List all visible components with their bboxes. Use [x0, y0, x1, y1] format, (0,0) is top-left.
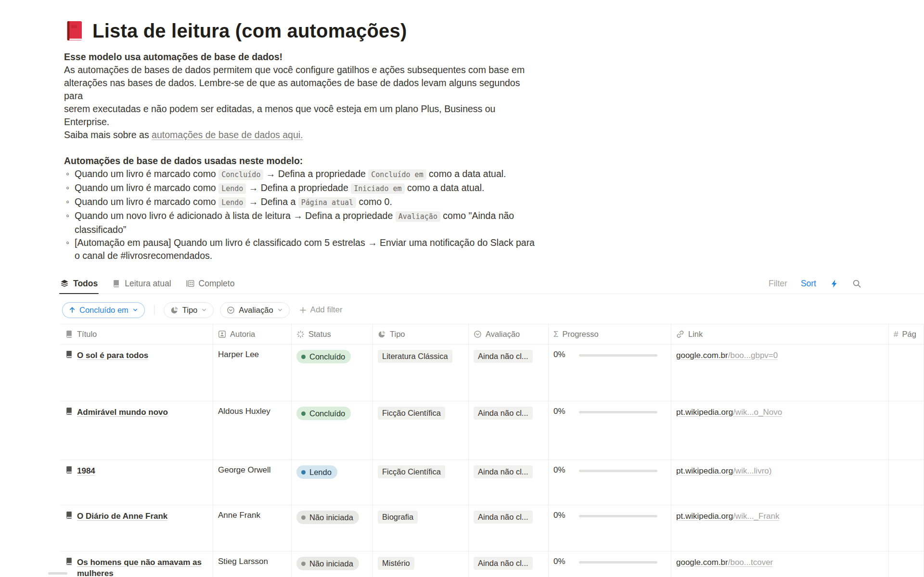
- database-automations-link[interactable]: automações de base de dados aqui.: [152, 129, 303, 140]
- views-divider: [59, 294, 924, 294]
- avaliacao-tag[interactable]: Ainda não cl...: [474, 350, 533, 363]
- page-link-title[interactable]: Os homens que não amavam as mulheres: [77, 557, 208, 577]
- reading-list-table: TítuloAutoriaStatusTipoAvaliaçãoΣProgres…: [60, 324, 924, 577]
- tab-completo[interactable]: Completo: [186, 273, 235, 294]
- book-icon: [65, 557, 73, 565]
- status-badge[interactable]: Não iniciada: [296, 557, 359, 570]
- column-header-link[interactable]: Link: [671, 324, 889, 344]
- author-name[interactable]: Stieg Larsson: [218, 557, 268, 566]
- tipo-tag[interactable]: Mistério: [378, 557, 414, 570]
- external-link[interactable]: pt.wikipedia.org/wik...livro): [676, 466, 771, 475]
- tipo-tag[interactable]: Literatura Clássica: [378, 350, 452, 363]
- status-badge[interactable]: Concluído: [296, 350, 351, 363]
- cell-titulo: Admirável mundo novo: [60, 401, 213, 460]
- cell-tipo: Biografia: [373, 505, 469, 551]
- chevron-down-icon: [277, 307, 283, 313]
- sort-chip-concluido-em[interactable]: Concluído em: [62, 302, 145, 318]
- status-label: Concluído: [309, 409, 345, 418]
- status-circle-icon: [474, 330, 482, 338]
- column-label: Link: [688, 330, 703, 339]
- table-row-os-homens-que-nao-amavam-as-mulheres: Os homens que não amavam as mulheresStie…: [60, 551, 924, 577]
- sort-chip-label: Concluído em: [79, 306, 128, 315]
- author-name[interactable]: Aldous Huxley: [218, 407, 270, 416]
- avaliacao-tag[interactable]: Ainda não cl...: [474, 407, 533, 420]
- cell-progresso: 0%: [549, 345, 671, 401]
- avaliacao-tag[interactable]: Ainda não cl...: [474, 557, 533, 570]
- column-label: Status: [308, 330, 331, 339]
- author-name[interactable]: Anne Frank: [218, 511, 260, 520]
- cell-avaliacao: Ainda não cl...: [469, 401, 549, 460]
- link-domain: pt.wikipedia.org: [676, 466, 733, 475]
- author-name[interactable]: George Orwell: [218, 465, 271, 474]
- horizontal-scrollbar-thumb[interactable]: [48, 572, 67, 575]
- spinner-icon: [296, 330, 305, 338]
- inline-code-tag: Avaliação: [396, 211, 440, 222]
- column-header-progresso[interactable]: ΣProgresso: [549, 324, 671, 344]
- cell-titulo: O Diário de Anne Frank: [60, 505, 213, 551]
- page-title: Lista de leitura (com automações): [63, 17, 924, 44]
- cell-link: google.com.br/boo...tcover: [671, 551, 889, 577]
- column-header-titulo[interactable]: Título: [60, 324, 213, 344]
- status-circle-icon: [227, 306, 235, 314]
- automations-heading: Automações de base de dados usadas neste…: [64, 154, 538, 167]
- external-link[interactable]: google.com.br/boo...gbpv=0: [676, 351, 778, 360]
- filter-chip-avaliacao[interactable]: Avaliação: [220, 302, 289, 318]
- sort-button[interactable]: Sort: [801, 279, 816, 289]
- author-name[interactable]: Harper Lee: [218, 350, 259, 359]
- automation-bullet-5: [Automação em pausa] Quando um livro é c…: [64, 236, 538, 262]
- select-icon: [378, 330, 386, 338]
- cell-pag: [889, 345, 924, 401]
- page-link-title[interactable]: Admirável mundo novo: [77, 407, 168, 418]
- chevron-down-icon: [201, 307, 207, 313]
- column-header-status[interactable]: Status: [292, 324, 373, 344]
- column-header-avaliacao[interactable]: Avaliação: [469, 324, 549, 344]
- cell-tipo: Ficção Científica: [373, 460, 469, 505]
- status-badge[interactable]: Não iniciada: [296, 511, 359, 524]
- column-label: Avaliação: [486, 330, 520, 339]
- inline-code-tag: Página atual: [298, 197, 356, 208]
- tipo-tag[interactable]: Biografia: [378, 511, 418, 524]
- intro-last-line: Saiba mais sobre as automações de base d…: [64, 128, 538, 141]
- external-link[interactable]: pt.wikipedia.org/wik..._Frank: [676, 512, 779, 521]
- tipo-tag[interactable]: Ficção Científica: [378, 465, 445, 478]
- tab-leitura-atual[interactable]: Leitura atual: [112, 273, 171, 294]
- automations-bullet-list: Quando um livro é marcado como Concluído…: [64, 167, 538, 262]
- search-icon[interactable]: [852, 279, 861, 288]
- column-header-tipo[interactable]: Tipo: [373, 324, 469, 344]
- view-tabs: TodosLeitura atualCompleto: [60, 273, 234, 294]
- status-label: Lendo: [309, 468, 332, 477]
- external-link[interactable]: pt.wikipedia.org/wik...o_Novo: [676, 408, 782, 417]
- person-icon: [218, 330, 226, 338]
- cell-pag: [889, 551, 924, 577]
- add-filter-button[interactable]: Add filter: [299, 305, 343, 315]
- automations-section: Automações de base de dados usadas neste…: [64, 154, 538, 262]
- page-link-title[interactable]: O Diário de Anne Frank: [77, 511, 167, 522]
- cell-progresso: 0%: [549, 505, 671, 551]
- filter-button[interactable]: Filter: [769, 279, 787, 289]
- intro-line: As automações de bases de dados permitem…: [64, 64, 538, 77]
- tipo-tag[interactable]: Ficção Científica: [378, 407, 445, 420]
- link-icon: [676, 330, 684, 338]
- avaliacao-tag[interactable]: Ainda não cl...: [474, 511, 533, 524]
- cell-status: Concluído: [292, 345, 373, 401]
- automations-lightning-icon[interactable]: [830, 279, 839, 288]
- cell-status: Concluído: [292, 401, 373, 460]
- cell-avaliacao: Ainda não cl...: [469, 345, 549, 401]
- status-badge[interactable]: Concluído: [296, 407, 351, 420]
- intro-link-prefix: Saiba mais sobre as: [64, 129, 152, 140]
- status-badge[interactable]: Lendo: [296, 465, 337, 479]
- avaliacao-tag[interactable]: Ainda não cl...: [474, 465, 533, 478]
- link-domain: pt.wikipedia.org: [676, 512, 733, 521]
- inline-code-tag: Iniciado em: [351, 183, 404, 194]
- page-link-title[interactable]: O sol é para todos: [77, 350, 148, 361]
- filter-chip-tipo[interactable]: Tipo: [164, 302, 214, 318]
- tab-todos[interactable]: Todos: [60, 273, 98, 294]
- database-toolbar: Filter Sort: [769, 273, 861, 294]
- external-link[interactable]: google.com.br/boo...tcover: [676, 558, 773, 567]
- cell-autoria: Aldous Huxley: [213, 401, 292, 460]
- progress-percent: 0%: [553, 350, 565, 359]
- page-link-title[interactable]: 1984: [77, 465, 95, 476]
- column-header-pag[interactable]: #Pág: [889, 324, 924, 344]
- link-path: /wik..._Frank: [733, 512, 779, 521]
- column-header-autoria[interactable]: Autoria: [213, 324, 292, 344]
